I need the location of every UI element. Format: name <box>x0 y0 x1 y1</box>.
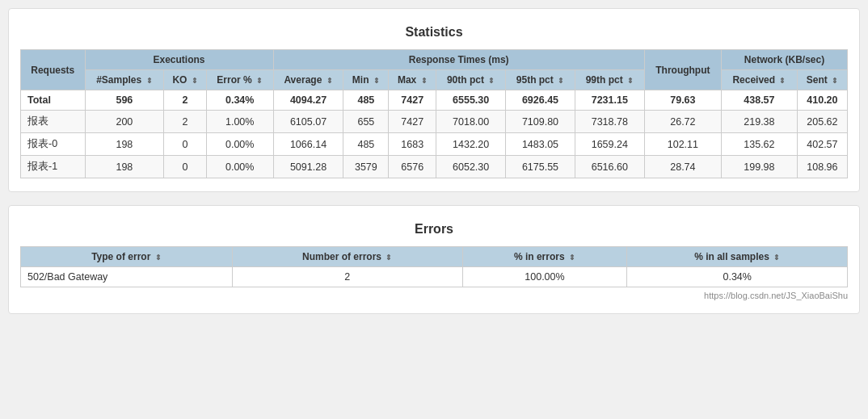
th-ko[interactable]: KO ⇕ <box>164 70 207 90</box>
sort-icon-min[interactable]: ⇕ <box>373 77 380 85</box>
sort-icon-max[interactable]: ⇕ <box>421 77 428 85</box>
table-row: 502/Bad Gateway2100.00%0.34% <box>21 267 848 287</box>
th-sent[interactable]: Sent ⇕ <box>797 70 847 90</box>
th-p99[interactable]: 99th pct ⇕ <box>575 70 644 90</box>
table-row: Total59620.34%4094.2748574276555.306926.… <box>21 90 848 111</box>
th-p90[interactable]: 90th pct ⇕ <box>436 70 506 90</box>
sort-icon-pct-in-errors[interactable]: ⇕ <box>569 253 575 262</box>
sort-icon-sent[interactable]: ⇕ <box>832 77 838 85</box>
sort-icon-p95[interactable]: ⇕ <box>558 77 564 85</box>
sort-icon-error-pct[interactable]: ⇕ <box>256 77 263 85</box>
statistics-section: Statistics Requests Executions Response … <box>8 8 860 192</box>
th-error-type[interactable]: Type of error ⇕ <box>21 247 233 267</box>
th-pct-in-all[interactable]: % in all samples ⇕ <box>627 247 848 267</box>
table-row: 报表-019800.00%1066.1448516831432.201483.0… <box>21 133 848 156</box>
page-wrapper: Statistics Requests Executions Response … <box>0 0 868 322</box>
th-received[interactable]: Received ⇕ <box>722 70 798 90</box>
table-row: 报表-119800.00%5091.28357965766052.306175.… <box>21 156 848 178</box>
sort-icon-received[interactable]: ⇕ <box>779 77 786 85</box>
th-executions: Executions <box>85 50 273 70</box>
th-p95[interactable]: 95th pct ⇕ <box>506 70 575 90</box>
footer-link: https://blog.csdn.net/JS_XiaoBaiShu <box>20 287 848 300</box>
sort-icon-p99[interactable]: ⇕ <box>627 77 634 85</box>
sort-icon-pct-in-all[interactable]: ⇕ <box>773 253 780 262</box>
th-throughput: Throughput <box>644 50 721 90</box>
th-average[interactable]: Average ⇕ <box>273 70 343 90</box>
sort-icon-num-errors[interactable]: ⇕ <box>386 253 392 262</box>
statistics-title: Statistics <box>20 19 848 49</box>
th-error-pct[interactable]: Error % ⇕ <box>206 70 273 90</box>
sort-icon-p90[interactable]: ⇕ <box>488 77 495 85</box>
th-max[interactable]: Max ⇕ <box>389 70 436 90</box>
th-network: Network (KB/sec) <box>722 50 848 70</box>
sort-icon-average[interactable]: ⇕ <box>327 77 333 85</box>
errors-table: Type of error ⇕ Number of errors ⇕ % in … <box>20 246 848 287</box>
th-samples[interactable]: #Samples ⇕ <box>85 70 164 90</box>
errors-title: Errors <box>20 216 848 246</box>
errors-section: Errors Type of error ⇕ Number of errors … <box>8 205 860 314</box>
th-min[interactable]: Min ⇕ <box>343 70 389 90</box>
th-num-errors[interactable]: Number of errors ⇕ <box>232 247 462 267</box>
sort-icon-samples[interactable]: ⇕ <box>146 77 153 85</box>
sort-icon-ko[interactable]: ⇕ <box>192 77 198 85</box>
th-pct-in-errors[interactable]: % in errors ⇕ <box>462 247 627 267</box>
table-row: 报表20021.00%6105.0765574277018.007109.807… <box>21 111 848 133</box>
statistics-table: Requests Executions Response Times (ms) … <box>20 49 848 178</box>
th-response-times: Response Times (ms) <box>273 50 644 70</box>
th-requests: Requests <box>21 50 86 90</box>
sort-icon-error-type[interactable]: ⇕ <box>155 253 162 262</box>
